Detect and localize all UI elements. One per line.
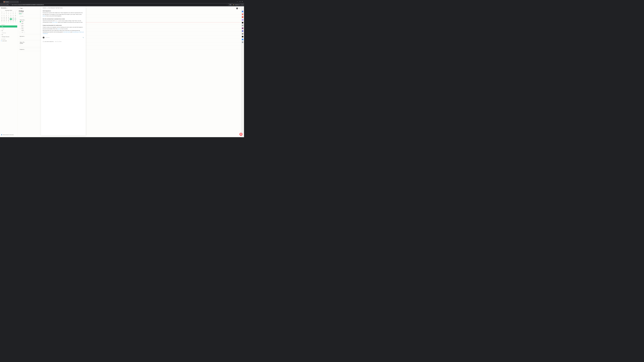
calendar-day[interactable]: 1 <box>1 22 3 23</box>
attachment-icon[interactable]: 📎 <box>83 37 84 38</box>
complete-toggle[interactable] <box>20 37 21 39</box>
calendar-day[interactable]: 4 <box>1 15 3 16</box>
subtask-checkbox[interactable] <box>20 21 21 22</box>
incognito-indicator[interactable]: 🕵 Incognito (2) <box>232 4 240 6</box>
calendar-day[interactable]: 9 <box>12 15 14 16</box>
new-tab-button[interactable]: + <box>19 1 21 3</box>
calendar-day[interactable]: 28 <box>3 13 5 14</box>
calendar-day[interactable]: 4 <box>8 22 10 23</box>
calendar-day[interactable]: 30 <box>12 20 14 22</box>
calendar-day[interactable]: 18 <box>1 18 3 20</box>
globe-integration-icon[interactable] <box>242 33 243 34</box>
calendar-day[interactable]: 19 <box>3 18 5 20</box>
calendar-day[interactable]: 17 <box>14 16 16 18</box>
subtask-checkbox[interactable] <box>20 23 21 24</box>
calendar-day[interactable]: 27 <box>5 20 8 22</box>
browser-tab[interactable]: Sunsama × <box>3 1 19 3</box>
calendar-day[interactable]: 6 <box>12 22 14 23</box>
calendar-day[interactable]: 10 <box>14 15 16 16</box>
tab-search-dropdown[interactable]: ⌄ <box>0 1 2 3</box>
asana-integration-icon[interactable] <box>242 13 243 15</box>
calendar-day[interactable]: 21 <box>8 18 10 20</box>
calendar-john-smith[interactable]: John Smith <box>0 40 17 42</box>
calendar-day[interactable]: 1 <box>10 13 12 14</box>
maximize-icon[interactable]: ▢ <box>240 1 240 2</box>
calendar-day[interactable]: 5 <box>3 15 5 16</box>
bookmark-icon[interactable]: ☆ <box>227 4 228 5</box>
calendar-day[interactable]: 28 <box>8 20 10 22</box>
small-daily-tasks-link[interactable]: small daily tasks <box>63 31 70 32</box>
gmail-integration-icon[interactable] <box>242 16 243 18</box>
calendar-day[interactable]: 16 <box>12 16 14 18</box>
subtask-checkbox[interactable] <box>20 28 21 29</box>
calendar-day[interactable]: 20 <box>5 18 8 20</box>
comment-input[interactable]: Comment... <box>45 37 82 38</box>
calendar-day[interactable]: 3 <box>5 22 8 23</box>
personal-header[interactable]: ⌄PERSONAL <box>0 32 17 34</box>
channel-all[interactable]: #all <box>0 25 17 27</box>
back-button[interactable]: ← <box>1 4 3 6</box>
calendar-day[interactable]: 7 <box>14 22 16 23</box>
guide-link-recurring[interactable]: guide <box>58 28 60 29</box>
calendar-timeline[interactable]: 12 AM1 AM2 AM3 AM4 AM5 AM6 AM7 AM8 AM9 A… <box>70 14 241 53</box>
workspace-switcher[interactable]: Sunsama⌄ <box>0 7 17 9</box>
calendar-day[interactable]: 13 <box>5 16 8 18</box>
calendar-day[interactable]: 14 <box>8 16 10 18</box>
subtask-checkbox[interactable] <box>20 25 21 26</box>
collapse-calendar-icon[interactable]: ⇥ <box>239 8 240 9</box>
reader-icon[interactable]: ▤ <box>230 4 232 6</box>
calendar-day[interactable]: 29 <box>10 20 12 22</box>
browser-menu-icon[interactable]: ⋮ <box>241 4 243 6</box>
reload-button[interactable]: ⟳ <box>6 4 8 6</box>
schedule-icon[interactable]: ▦ <box>22 31 23 33</box>
minimize-icon[interactable]: — <box>237 1 238 2</box>
work-header[interactable]: ⌄WORK <box>0 27 17 30</box>
calendar-day[interactable]: 6 <box>5 15 8 16</box>
zoom-integration-icon[interactable] <box>242 39 243 40</box>
calendar-day[interactable]: 26 <box>3 20 5 22</box>
invite-link[interactable]: 👤Invite someone to Sunsama <box>0 133 17 136</box>
user-avatar[interactable]: J <box>236 7 238 9</box>
forward-button[interactable]: → <box>4 4 6 6</box>
slack-integration-icon[interactable] <box>242 41 243 43</box>
calendar-day[interactable]: 30 <box>8 13 10 14</box>
channel-work-all[interactable]: #all <box>0 30 17 32</box>
calendar-day[interactable]: 22 <box>10 18 12 20</box>
address-bar[interactable]: ⊟ app.sunsama.com/group/1703182764469638… <box>9 3 228 6</box>
close-tab-icon[interactable]: × <box>18 1 18 2</box>
calendar-day[interactable]: 15 <box>10 16 12 18</box>
calendar-day[interactable]: 11 <box>1 16 3 18</box>
calendar-day[interactable]: 23 <box>12 18 14 20</box>
calendar-day[interactable]: 3 <box>14 13 16 14</box>
database-integration-icon[interactable] <box>242 25 243 26</box>
clock-integration-icon[interactable] <box>242 19 243 20</box>
focus-mode-link[interactable]: focus mode <box>52 22 57 23</box>
complete-toggle[interactable] <box>20 44 21 46</box>
onenote-integration-icon[interactable] <box>242 27 243 29</box>
complete-toggle[interactable] <box>20 31 21 33</box>
next-month-button[interactable]: › <box>16 10 16 11</box>
calendar-day[interactable]: 29 <box>5 13 8 14</box>
calendar-day[interactable]: 31 <box>14 20 16 22</box>
calendar-day[interactable]: 5 <box>10 22 12 23</box>
collapse-column-icon[interactable]: ⇤ <box>19 7 20 9</box>
site-info-icon[interactable]: ⊟ <box>10 4 11 5</box>
linear-integration-icon[interactable] <box>242 30 243 32</box>
notion-integration-icon[interactable] <box>242 22 243 23</box>
calendar-day[interactable]: 2 <box>3 22 5 23</box>
github-integration-icon[interactable] <box>242 36 243 37</box>
today-label[interactable]: Tod… <box>20 8 24 9</box>
close-window-icon[interactable]: ✕ <box>242 1 243 2</box>
calendar-day[interactable]: 8 <box>10 15 12 16</box>
calendar-day[interactable]: 24 <box>14 18 16 20</box>
calendar-day[interactable]: 7 <box>8 15 10 16</box>
channel-chip-icon[interactable]: ⬭ <box>24 31 25 33</box>
calendar-day[interactable]: 25 <box>1 20 3 22</box>
gcal-integration-icon[interactable] <box>242 11 243 12</box>
calendar-day[interactable]: 27 <box>1 13 3 14</box>
intercom-fab[interactable] <box>240 133 242 136</box>
calendar-day[interactable]: 12 <box>3 16 5 18</box>
guide-link-gmail[interactable]: guide <box>43 15 45 16</box>
prev-month-button[interactable]: ‹ <box>1 10 1 11</box>
calendar-day[interactable]: 2 <box>12 13 14 14</box>
